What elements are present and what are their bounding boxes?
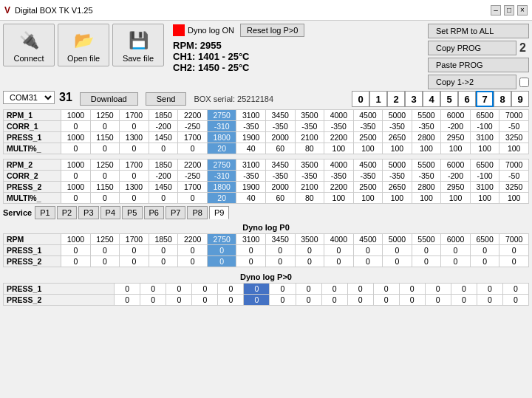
download-send-row: Download Send BOX serial: 25212184 — [80, 92, 273, 106]
cell: 0 — [499, 256, 529, 267]
set-rpm-button[interactable]: Set RPM to ALL — [428, 24, 529, 38]
service-tab-P7[interactable]: P7 — [166, 206, 185, 219]
copy-12-button[interactable]: Copy 1->2 — [428, 75, 516, 89]
connect-icon: 🔌 — [16, 27, 42, 54]
cell: -250 — [178, 121, 208, 132]
copy-prog-button[interactable]: Copy PROG — [428, 41, 516, 55]
index-cell-6[interactable]: 6 — [458, 91, 476, 107]
service-label: Service — [3, 208, 32, 217]
cell: 2950 — [441, 132, 471, 143]
cell: 6500 — [470, 159, 499, 171]
cell: 0 — [502, 284, 528, 295]
cell: -250 — [178, 171, 208, 182]
cell: 0 — [218, 295, 244, 306]
index-cell-1[interactable]: 1 — [369, 91, 387, 107]
service-tab-P4[interactable]: P4 — [100, 206, 120, 219]
index-cell-7[interactable]: 7 — [476, 91, 494, 107]
cell: 0 — [244, 284, 270, 295]
cell: 2200 — [178, 110, 208, 121]
table2: RPM_210001250170018502200275031003450350… — [3, 159, 529, 204]
index-cell-3[interactable]: 3 — [405, 91, 423, 107]
cell: -350 — [383, 171, 412, 182]
cell: 1000 — [61, 182, 91, 193]
save-file-button[interactable]: 💾 Save file — [112, 24, 164, 66]
open-file-button[interactable]: 📂 Open file — [58, 24, 109, 66]
cell: 0 — [244, 295, 270, 306]
cell: 100 — [353, 193, 383, 204]
minimize-button[interactable]: – — [491, 5, 501, 16]
service-tab-P3[interactable]: P3 — [78, 206, 98, 219]
cell: 0 — [120, 171, 149, 182]
maximize-button[interactable]: □ — [504, 5, 514, 16]
row-label-CORR_2: CORR_2 — [4, 171, 61, 182]
service-tab-P9[interactable]: P9 — [209, 206, 229, 219]
reset-log-button[interactable]: Reset log P>0 — [240, 24, 304, 37]
cell: 0 — [149, 143, 178, 154]
cell: 1450 — [149, 182, 178, 193]
cell: 0 — [477, 295, 502, 306]
cell: 100 — [470, 193, 499, 204]
cell: 0 — [470, 245, 499, 256]
index-cell-8[interactable]: 8 — [494, 91, 511, 107]
cell: 0 — [90, 256, 120, 267]
cell: 0 — [61, 256, 91, 267]
download-button[interactable]: Download — [80, 92, 138, 106]
cell: 6000 — [441, 110, 471, 121]
index-cell-2[interactable]: 2 — [387, 91, 405, 107]
cell: 5500 — [412, 234, 441, 245]
connect-button[interactable]: 🔌 Connect — [3, 24, 55, 66]
service-row: Service P1P2P3P4P5P6P7P8P9 — [3, 206, 529, 219]
index-cell-4[interactable]: 4 — [423, 91, 440, 107]
cell: -350 — [295, 121, 324, 132]
cell: 0 — [353, 256, 383, 267]
open-file-label: Open file — [67, 54, 100, 63]
cell: 0 — [470, 256, 499, 267]
cell: 1900 — [236, 182, 266, 193]
dyno-on-indicator: Dyno log ON — [173, 24, 234, 36]
send-button[interactable]: Send — [146, 92, 187, 106]
cell: 0 — [218, 284, 244, 295]
index-cell-0[interactable]: 0 — [352, 91, 369, 107]
top-bar-area: 🔌 Connect 📂 Open file 💾 Save file Dyno l… — [3, 24, 529, 89]
cell: 100 — [412, 193, 441, 204]
service-tab-P1[interactable]: P1 — [35, 206, 55, 219]
cell: 100 — [324, 143, 354, 154]
service-tab-P6[interactable]: P6 — [144, 206, 164, 219]
cell: 1150 — [90, 132, 120, 143]
index-cell-5[interactable]: 5 — [440, 91, 458, 107]
cell: 0 — [207, 245, 236, 256]
cell: 2100 — [295, 182, 324, 193]
cell: 1700 — [178, 132, 208, 143]
cell: 0 — [373, 284, 399, 295]
dyno-log-p1-header: Dyno log P>0 — [3, 271, 529, 283]
cell: 0 — [451, 295, 477, 306]
cell: 0 — [61, 143, 91, 154]
copy-prog-num: 2 — [519, 41, 526, 55]
paste-prog-button[interactable]: Paste PROG — [428, 58, 529, 72]
cell: 0 — [373, 295, 399, 306]
index-row: 0123456789 — [352, 91, 529, 107]
com-port-select[interactable]: COM31 COM30 COM1 — [3, 91, 55, 104]
cell: 40 — [236, 143, 266, 154]
cell: 0 — [61, 171, 91, 182]
cell: 0 — [120, 256, 149, 267]
service-tab-P8[interactable]: P8 — [187, 206, 207, 219]
cell: 100 — [324, 193, 354, 204]
cell: 0 — [499, 245, 529, 256]
close-button[interactable]: × — [517, 5, 528, 16]
cell: -350 — [412, 121, 441, 132]
cell: 100 — [499, 143, 529, 154]
cell: 1150 — [90, 182, 120, 193]
cell: 5500 — [412, 110, 441, 121]
cell: 3100 — [470, 132, 499, 143]
service-tab-P5[interactable]: P5 — [122, 206, 142, 219]
cell: -350 — [236, 171, 266, 182]
service-tab-P2[interactable]: P2 — [57, 206, 77, 219]
connect-label: Connect — [14, 54, 44, 63]
cell: -350 — [353, 121, 383, 132]
index-cell-9[interactable]: 9 — [511, 91, 529, 107]
cell: 1000 — [61, 234, 91, 245]
cell: 20 — [207, 143, 236, 154]
copy-12-checkbox[interactable] — [519, 78, 529, 87]
cell: 0 — [296, 295, 321, 306]
